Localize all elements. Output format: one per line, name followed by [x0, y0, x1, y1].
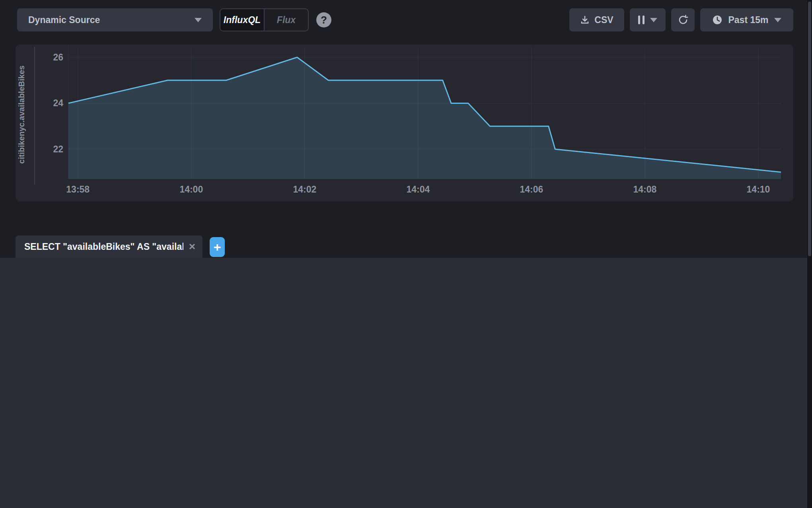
- tab-flux[interactable]: Flux: [264, 9, 308, 31]
- svg-text:26: 26: [53, 52, 63, 62]
- chevron-down-icon: [650, 18, 657, 22]
- clock-icon: [712, 15, 722, 25]
- source-dropdown[interactable]: Dynamic Source: [17, 8, 213, 31]
- svg-text:14:04: 14:04: [406, 184, 430, 195]
- svg-text:citibikenyc.availableBikes: citibikenyc.availableBikes: [17, 66, 26, 164]
- tab-influxql[interactable]: InfluxQL: [220, 9, 264, 31]
- plus-icon: +: [214, 240, 221, 255]
- refresh-icon: [678, 14, 689, 25]
- download-icon: [580, 15, 590, 25]
- svg-text:22: 22: [53, 144, 63, 154]
- download-csv-button[interactable]: CSV: [569, 8, 624, 31]
- chevron-down-icon: [195, 18, 202, 22]
- time-range-label: Past 15m: [728, 15, 768, 25]
- refresh-button[interactable]: [671, 8, 695, 31]
- chronograf-data-explorer: Dynamic Source InfluxQL Flux ? CSV: [0, 0, 812, 508]
- query-tab-title: SELECT "availableBikes" AS "availableBik…: [24, 241, 183, 252]
- scrollbar[interactable]: [807, 0, 812, 508]
- add-query-button[interactable]: +: [210, 237, 225, 257]
- pause-icon: [638, 16, 645, 24]
- svg-text:14:10: 14:10: [747, 184, 770, 195]
- area-chart[interactable]: 22242613:5814:0014:0214:0414:0614:0814:1…: [16, 45, 793, 201]
- pause-refresh-button[interactable]: [630, 8, 666, 31]
- svg-text:13:58: 13:58: [66, 184, 90, 195]
- scrollbar-thumb[interactable]: [808, 2, 811, 256]
- query-tab[interactable]: SELECT "availableBikes" AS "availableBik…: [16, 236, 203, 258]
- query-language-toggle: InfluxQL Flux: [220, 8, 309, 31]
- graph-panel: 22242613:5814:0014:0214:0414:0614:0814:1…: [16, 45, 793, 201]
- svg-text:14:00: 14:00: [179, 184, 203, 195]
- source-dropdown-label: Dynamic Source: [28, 15, 100, 25]
- csv-label: CSV: [594, 15, 613, 25]
- close-icon[interactable]: ×: [189, 241, 195, 252]
- svg-text:14:08: 14:08: [633, 184, 657, 195]
- svg-text:14:06: 14:06: [520, 184, 543, 195]
- help-icon[interactable]: ?: [316, 12, 331, 27]
- query-builder-panel: SELECT "availableBikes" AS "availableBik…: [0, 258, 812, 508]
- chevron-down-icon: [774, 18, 781, 22]
- time-range-dropdown[interactable]: Past 15m: [700, 8, 793, 31]
- svg-text:14:02: 14:02: [293, 184, 316, 195]
- svg-text:24: 24: [53, 98, 63, 108]
